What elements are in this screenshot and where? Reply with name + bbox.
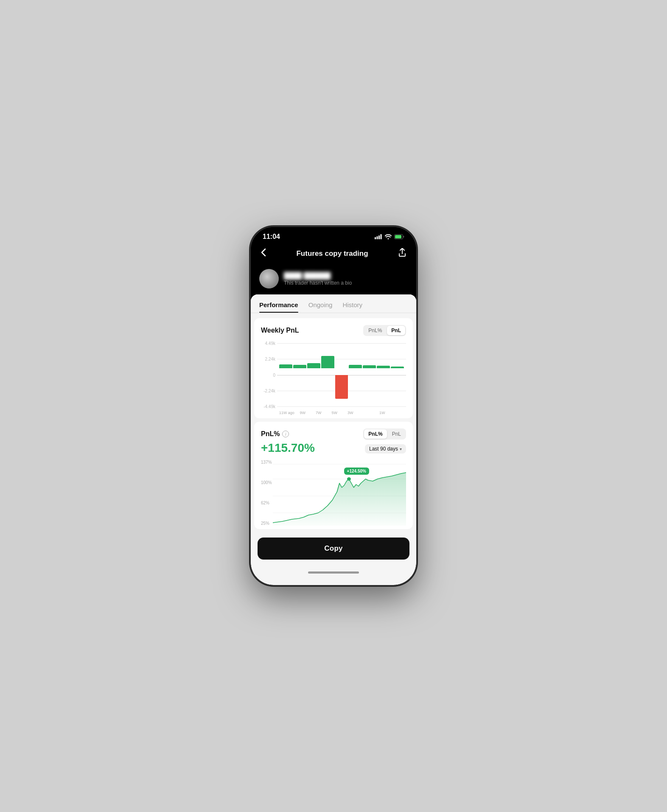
x-label-3w: 3W (342, 411, 359, 415)
svg-rect-5 (395, 235, 401, 238)
toggle-pnl-btn[interactable]: PnL (388, 429, 405, 439)
weekly-pnl-header: Weekly PnL PnL% PnL (261, 325, 406, 336)
tab-history[interactable]: History (342, 301, 362, 313)
period-selector[interactable]: Last 90 days ▾ (365, 444, 406, 454)
weekly-pnl-section: Weekly PnL PnL% PnL 4.49k (254, 318, 413, 418)
y-label-top: 4.49k (261, 341, 275, 346)
avatar (259, 269, 279, 288)
status-bar: 11:04 (251, 227, 416, 243)
home-indicator (251, 568, 416, 577)
x-label-7w: 7W (311, 411, 327, 415)
battery-icon (394, 234, 404, 239)
svg-rect-0 (375, 237, 376, 239)
page-title: Futures copy trading (296, 249, 368, 258)
tab-performance[interactable]: Performance (259, 301, 298, 313)
x-label-1w: 1W (359, 411, 406, 415)
bar-4 (321, 341, 335, 409)
pnl-header: PnL% i PnL% PnL (261, 428, 406, 440)
x-label-5w: 5W (327, 411, 343, 415)
bars (279, 341, 404, 409)
bar-8 (376, 341, 390, 409)
status-time: 11:04 (263, 233, 280, 241)
bar-2 (293, 341, 307, 409)
y-label-neg2: -2.24k (261, 389, 275, 393)
tabs: Performance Ongoing History (251, 294, 416, 313)
bar-7 (362, 341, 376, 409)
toggle-pnl-percent-btn[interactable]: PnL% (364, 429, 387, 439)
tab-ongoing[interactable]: Ongoing (308, 301, 333, 313)
svg-point-10 (347, 477, 351, 481)
svg-rect-2 (378, 235, 380, 239)
weekly-pnl-toggle: PnL% PnL (363, 325, 406, 336)
pnl-value: +115.70% (261, 441, 315, 455)
share-button[interactable] (397, 246, 408, 260)
trader-name: ████ ██████ (284, 272, 408, 279)
y-label-zero: 0 (261, 373, 275, 378)
trader-details: ████ ██████ This trader hasn't written a… (284, 272, 408, 286)
trader-info: ████ ██████ This trader hasn't written a… (251, 266, 416, 294)
copy-section: Copy (251, 532, 416, 568)
weekly-pnl-title: Weekly PnL (261, 327, 299, 334)
line-chart: 137% 100% 62% 25% (261, 460, 406, 526)
y-label-neg4: -4.49k (261, 404, 275, 409)
x-labels: 11W ago 9W 7W 5W 3W 1W (261, 411, 406, 415)
pnl-title-group: PnL% i (261, 430, 289, 438)
home-bar (308, 571, 359, 574)
wifi-icon (385, 234, 392, 239)
bar-1 (279, 341, 293, 409)
svg-rect-1 (377, 236, 378, 239)
svg-rect-3 (381, 234, 382, 239)
pnl-title: PnL% (261, 430, 280, 438)
info-icon[interactable]: i (282, 431, 289, 437)
main-content: Performance Ongoing History Weekly PnL P… (251, 294, 416, 585)
status-icons (375, 234, 404, 239)
x-label-11w: 11W ago (279, 411, 295, 415)
toggle-pnl[interactable]: PnL (387, 326, 405, 335)
copy-button[interactable]: Copy (258, 538, 409, 560)
period-label: Last 90 days (369, 446, 398, 452)
bar-6 (348, 341, 362, 409)
bar-5 (335, 341, 349, 409)
signal-icon (375, 234, 382, 239)
card: Performance Ongoing History Weekly PnL P… (251, 294, 416, 585)
trader-bio: This trader hasn't written a bio (284, 280, 408, 286)
y-line-label-62: 62% (261, 501, 272, 505)
bar-9 (390, 341, 404, 409)
toggle-pnl-percent[interactable]: PnL% (364, 326, 386, 335)
pnl-value-row: +115.70% Last 90 days ▾ (261, 441, 406, 456)
chevron-down-icon: ▾ (400, 447, 402, 451)
bar-chart: 4.49k 2.24k 0 (261, 341, 406, 409)
bar-3 (307, 341, 321, 409)
y-line-label-137: 137% (261, 460, 272, 465)
line-chart-svg (273, 460, 406, 526)
chart-tooltip: +124.50% (344, 468, 369, 475)
y-line-label-100: 100% (261, 480, 272, 485)
x-label-9w: 9W (295, 411, 311, 415)
y-label-2: 2.24k (261, 357, 275, 361)
pnl-section: PnL% i PnL% PnL +115.70% Last 90 days ▾ (254, 422, 413, 529)
app-header: Futures copy trading (251, 243, 416, 266)
pnl-toggle: PnL% PnL (363, 428, 406, 440)
y-line-label-25: 25% (261, 521, 272, 526)
back-button[interactable] (259, 246, 268, 260)
